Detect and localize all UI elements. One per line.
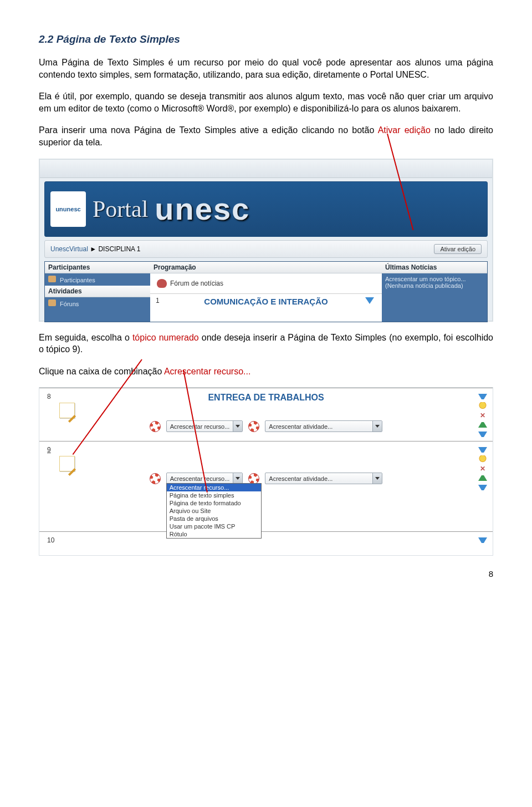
help-icon[interactable] <box>150 473 161 484</box>
edit-summary-icon-9[interactable] <box>59 456 75 471</box>
combo-arrow-icon[interactable] <box>372 473 382 484</box>
topic-1-header: 1 COMUNICAÇÃO E INTERAÇÃO <box>150 293 382 309</box>
add-activity-combo-8[interactable]: Acrescentar atividade... <box>265 420 382 432</box>
paragraph-1: Uma Página de Texto Simples é um recurso… <box>39 57 493 80</box>
paragraph-2: Ela é útil, por exemplo, quando se desej… <box>39 90 493 114</box>
dd-item-rotulo[interactable]: Rótulo <box>167 530 261 538</box>
noticias-header: Últimas Notícias <box>382 262 487 273</box>
no-news-text: (Nenhuma notícia publicada) <box>385 282 484 289</box>
atividades-header: Atividades <box>45 286 150 297</box>
programacao-header: Programação <box>150 262 382 273</box>
noticias-body: Acrescentar um novo tópico... (Nenhuma n… <box>382 273 487 291</box>
move-down-icon[interactable] <box>478 393 487 400</box>
foruns-link[interactable]: Fóruns <box>60 301 79 307</box>
topic-10: 10 <box>39 531 493 555</box>
topic-8-add-row: Acrescentar recurso... Acrescentar ativi… <box>39 415 493 438</box>
topic-number: 1 <box>156 297 160 304</box>
portal-banner: un unesc Portal unesc <box>44 181 488 237</box>
dd-item-ims[interactable]: Usar um pacote IMS CP <box>167 522 261 530</box>
hide-icon[interactable] <box>478 465 487 473</box>
participantes-header: Participantes <box>45 262 150 273</box>
topic-10-controls <box>478 536 487 544</box>
dd-item-arquivo-site[interactable]: Arquivo ou Site <box>167 507 261 515</box>
combo-arrow-icon[interactable] <box>372 421 382 432</box>
resource-dropdown-list: Acrescentar recurso... Página de texto s… <box>166 483 262 539</box>
topic-8-number: 8 <box>47 393 51 400</box>
logo-top: un <box>55 206 63 212</box>
topic-8: 8 ENTREGA DE TRABALHOS Acrescentar recur… <box>39 388 493 441</box>
paragraph-3: Para inserir uma nova Página de Texto Si… <box>39 124 493 148</box>
highlight-icon[interactable] <box>478 455 487 463</box>
move-down-icon[interactable] <box>478 536 487 544</box>
paragraph-4: Em seguida, escolha o tópico numerado on… <box>39 332 493 356</box>
topic-8-title: ENTREGA DE TRABALHOS <box>39 392 493 403</box>
screenshot-topics: 8 ENTREGA DE TRABALHOS Acrescentar recur… <box>39 387 493 556</box>
combo-arrow-icon[interactable] <box>233 473 242 484</box>
atividades-body: Fóruns <box>45 297 150 309</box>
banner-unesc-text: unesc <box>155 191 250 227</box>
noticias-panel: Últimas Notícias Acrescentar um novo tóp… <box>382 262 487 291</box>
topic-8-controls <box>478 393 487 438</box>
main-column: Programação Fórum de notícias 1 COMUNICA… <box>150 262 382 322</box>
section-heading: 2.2 Página de Texto Simples <box>39 33 493 45</box>
dd-item-texto-formatado[interactable]: Página de texto formatado <box>167 499 261 507</box>
forum-noticias-icon <box>157 279 167 288</box>
forum-noticias-row: Fórum de notícias <box>150 273 382 293</box>
portal-body: Participantes Participantes Atividades F… <box>44 261 488 322</box>
topic-9: 9 Acrescentar recurso... Acrescentar rec… <box>39 441 493 531</box>
breadcrumb-current: DISCIPLINA 1 <box>98 245 140 253</box>
add-resource-label: Acrescentar recurso... <box>167 423 233 430</box>
forum-icon <box>48 300 56 306</box>
dd-item-texto-simples[interactable]: Página de texto simples <box>167 491 261 499</box>
breadcrumb-sep: ► <box>90 245 98 253</box>
breadcrumb-home[interactable]: UnescVirtual <box>50 245 88 253</box>
topic-9-controls <box>478 446 487 491</box>
move-up-icon[interactable] <box>478 474 487 482</box>
help-icon-2[interactable] <box>248 421 259 432</box>
breadcrumb: UnescVirtual ► DISCIPLINA 1 <box>50 245 140 253</box>
para3-a: Para inserir uma nova Página de Texto Si… <box>39 125 378 135</box>
participantes-panel: Participantes Participantes <box>45 262 150 286</box>
help-icon[interactable] <box>150 421 161 432</box>
combo-arrow-icon[interactable] <box>233 421 242 432</box>
move-down-icon[interactable] <box>478 446 487 454</box>
collapse-icon[interactable] <box>365 297 374 304</box>
para4-a: Em seguida, escolha o <box>39 333 132 342</box>
add-activity-label-9: Acrescentar atividade... <box>265 475 372 482</box>
dd-item-placeholder[interactable]: Acrescentar recurso... <box>167 484 261 491</box>
add-activity-label: Acrescentar atividade... <box>265 423 372 430</box>
paragraph-5: Clique na caixa de combinação Acrescenta… <box>39 366 493 378</box>
unesc-logo: un unesc <box>50 191 86 227</box>
para4-red: tópico numerado <box>132 333 199 342</box>
topic-title: COMUNICAÇÃO E INTERAÇÃO <box>204 297 328 306</box>
ativar-edicao-button[interactable]: Ativar edição <box>434 244 482 254</box>
topic-10-number: 10 <box>47 536 54 544</box>
dd-item-pasta[interactable]: Pasta de arquivos <box>167 515 261 522</box>
highlight-icon[interactable] <box>478 402 487 410</box>
help-icon-2[interactable] <box>248 473 259 484</box>
para5-red: Acrescentar recurso... <box>164 367 251 376</box>
participantes-link[interactable]: Participantes <box>60 277 95 283</box>
left-sidebar: Participantes Participantes Atividades F… <box>45 262 150 322</box>
move-up-icon[interactable] <box>478 421 487 429</box>
topic-9-add-row: Acrescentar recurso... Acrescentar recur… <box>39 467 493 490</box>
add-activity-combo-9[interactable]: Acrescentar atividade... <box>265 473 382 484</box>
add-resource-label-9: Acrescentar recurso... <box>167 475 233 482</box>
hide-icon[interactable] <box>478 412 487 419</box>
people-icon <box>48 276 56 282</box>
forum-noticias-link[interactable]: Fórum de notícias <box>170 280 223 287</box>
breadcrumb-row: UnescVirtual ► DISCIPLINA 1 Ativar ediçã… <box>44 240 488 258</box>
right-sidebar: Últimas Notícias Acrescentar um novo tóp… <box>382 262 487 322</box>
atividades-panel: Atividades Fóruns <box>45 286 150 309</box>
move-down2-icon[interactable] <box>478 484 487 491</box>
window-chrome <box>40 160 492 178</box>
topic-9-number: 9 <box>47 446 51 454</box>
add-topic-link[interactable]: Acrescentar um novo tópico... <box>385 276 484 282</box>
screenshot-portal: PROFESSOR1 TREINAMENTO (Sair) un unesc P… <box>39 159 493 322</box>
logo-bottom: unesc <box>63 206 81 212</box>
edit-summary-icon[interactable] <box>59 403 75 418</box>
add-resource-combo-8[interactable]: Acrescentar recurso... <box>166 420 243 432</box>
para3-red: Ativar edição <box>378 125 431 135</box>
move-down2-icon[interactable] <box>478 430 487 438</box>
participantes-body: Participantes <box>45 273 150 286</box>
